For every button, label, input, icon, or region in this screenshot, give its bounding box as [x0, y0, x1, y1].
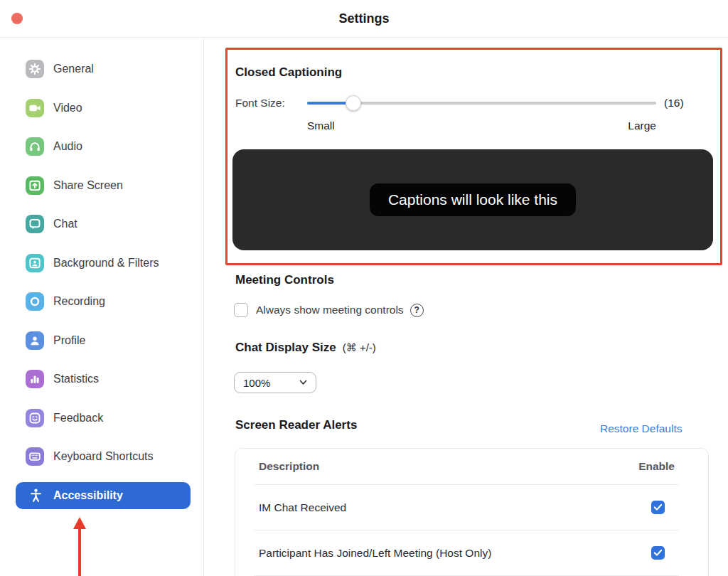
table-row: Participant Has Joined/Left Meeting (Hos…: [235, 530, 708, 575]
sidebar-item-accessibility[interactable]: Accessibility: [16, 482, 191, 509]
sidebar-item-label: Accessibility: [53, 489, 123, 502]
sidebar-item-recording[interactable]: Recording: [0, 282, 203, 321]
sidebar-item-label: Video: [53, 102, 82, 114]
smiley-icon: [26, 409, 44, 427]
sidebar-item-profile[interactable]: Profile: [0, 321, 203, 361]
caption-preview-panel: Captions will look like this: [232, 149, 713, 250]
sidebar-item-label: Audio: [53, 140, 82, 153]
headphones-icon: [26, 137, 44, 156]
font-size-slider[interactable]: [307, 95, 656, 111]
sidebar-item-chat[interactable]: Chat: [0, 205, 203, 244]
sidebar-item-label: Recording: [53, 295, 105, 308]
alert-description: IM Chat Received: [259, 501, 346, 514]
sidebar-item-label: Profile: [53, 334, 85, 347]
alert-description: Participant Has Joined/Left Meeting (Hos…: [259, 547, 491, 560]
help-icon[interactable]: ?: [410, 304, 424, 317]
sidebar-item-label: Statistics: [53, 373, 99, 385]
sidebar-item-background-filters[interactable]: Background & Filters: [0, 244, 203, 283]
column-header-enable: Enable: [638, 460, 675, 473]
slider-range-labels: Small Large: [307, 119, 656, 132]
closed-captioning-heading: Closed Captioning: [235, 65, 342, 80]
portrait-icon: [26, 254, 44, 272]
share-screen-icon: [26, 176, 44, 195]
chevron-down-icon: [299, 380, 307, 385]
caption-preview-text: Captions will look like this: [370, 183, 576, 216]
sidebar-item-label: Feedback: [53, 412, 103, 425]
keyboard-icon: [26, 447, 44, 466]
bar-chart-icon: [26, 370, 44, 388]
always-show-controls-label: Always show meeting controls: [256, 304, 404, 316]
record-icon: [26, 292, 44, 311]
alert-enable-checkbox[interactable]: [651, 501, 665, 514]
slider-max-label: Large: [628, 119, 656, 132]
chat-display-size-shortcut: (⌘ +/-): [343, 341, 376, 353]
sidebar-item-label: Share Screen: [53, 179, 123, 192]
sidebar-item-label: General: [53, 63, 94, 75]
screen-reader-alerts-table: Description Enable IM Chat Received Part…: [235, 448, 709, 576]
font-size-value: (16): [664, 97, 684, 110]
sidebar-item-label: Background & Filters: [53, 257, 159, 270]
check-icon: [653, 503, 663, 511]
font-size-label: Font Size:: [235, 97, 285, 110]
sidebar-item-feedback[interactable]: Feedback: [0, 399, 203, 438]
sidebar-item-label: Keyboard Shortcuts: [53, 450, 154, 463]
chat-display-size-heading: Chat Display Size(⌘ +/-): [235, 341, 376, 355]
gear-icon: [26, 60, 44, 78]
window-title: Settings: [338, 11, 389, 26]
column-header-description: Description: [259, 460, 319, 473]
sidebar-item-keyboard-shortcuts[interactable]: Keyboard Shortcuts: [0, 437, 203, 476]
chat-bubble-icon: [26, 215, 44, 233]
sidebar-item-share-screen[interactable]: Share Screen: [0, 166, 203, 206]
annotation-arrow-shaft: [78, 528, 81, 576]
sidebar-item-audio[interactable]: Audio: [0, 127, 203, 166]
accessibility-icon: [29, 488, 43, 503]
alert-enable-checkbox[interactable]: [651, 546, 665, 560]
always-show-controls-checkbox[interactable]: [234, 303, 248, 317]
chat-display-size-dropdown[interactable]: 100%: [234, 372, 316, 393]
meeting-controls-row: Always show meeting controls ?: [234, 303, 424, 317]
sidebar-item-statistics[interactable]: Statistics: [0, 360, 203, 399]
settings-window: Settings General Video Audio Share: [0, 0, 728, 576]
person-icon: [26, 331, 44, 350]
sidebar: General Video Audio Share Screen Chat: [0, 38, 204, 576]
close-button[interactable]: [11, 13, 23, 24]
sidebar-item-video[interactable]: Video: [0, 89, 203, 128]
check-icon: [653, 549, 663, 557]
screen-reader-alerts-heading: Screen Reader Alerts: [235, 418, 357, 432]
meeting-controls-heading: Meeting Controls: [235, 273, 334, 287]
sidebar-item-label: Chat: [53, 218, 77, 230]
slider-min-label: Small: [307, 119, 335, 132]
camera-icon: [26, 99, 44, 117]
table-row: IM Chat Received: [235, 485, 708, 530]
slider-thumb[interactable]: [346, 95, 361, 111]
table-header-row: Description Enable: [235, 449, 708, 484]
sidebar-item-general[interactable]: General: [0, 50, 203, 89]
dropdown-selected-value: 100%: [243, 377, 270, 389]
restore-defaults-link[interactable]: Restore Defaults: [600, 422, 682, 435]
title-bar: Settings: [0, 0, 728, 38]
